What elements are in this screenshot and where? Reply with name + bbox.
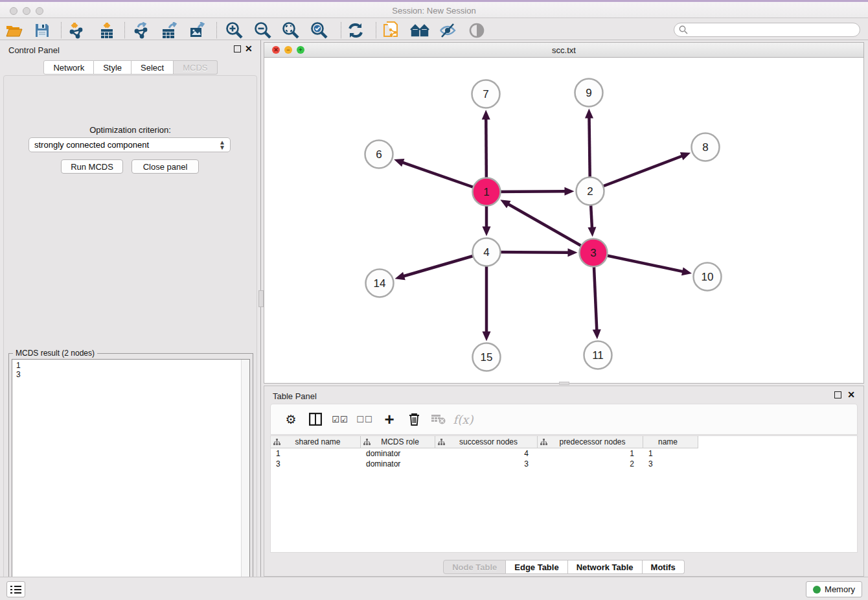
function-builder-icon: f(x) bbox=[451, 413, 475, 426]
toolbar-separator bbox=[124, 22, 125, 38]
edge-arrowhead bbox=[588, 227, 596, 237]
table-cell[interactable]: 2 bbox=[538, 459, 643, 469]
run-mcds-label: Run MCDS bbox=[71, 162, 113, 172]
tab-node-table[interactable]: Node Table bbox=[443, 560, 506, 574]
edge-2-8[interactable] bbox=[590, 156, 682, 191]
node-label-9: 9 bbox=[586, 87, 591, 99]
table-cell[interactable]: 3 bbox=[435, 459, 538, 469]
edge-arrowhead bbox=[681, 268, 692, 276]
node-label-14: 14 bbox=[374, 277, 386, 290]
zoom-selected-icon[interactable] bbox=[309, 21, 328, 39]
memory-label: Memory bbox=[825, 584, 855, 594]
edge-arrowhead bbox=[567, 248, 577, 257]
network-canvas[interactable]: 1234678910111415 bbox=[264, 58, 863, 383]
import-network-icon[interactable] bbox=[67, 21, 86, 39]
export-network-icon[interactable] bbox=[131, 21, 151, 39]
control-panel: Control Panel ✕ NetworkStyleSelectMCDS O… bbox=[0, 40, 261, 577]
zoom-out-icon[interactable] bbox=[253, 21, 272, 39]
column-header-shared-name[interactable]: shared name bbox=[271, 436, 361, 448]
close-panel-icon[interactable]: ✕ bbox=[245, 43, 253, 54]
export-image-icon[interactable] bbox=[188, 21, 207, 39]
hide-panels-icon[interactable] bbox=[438, 21, 457, 39]
network-resize-grip[interactable] bbox=[559, 382, 569, 385]
search-input[interactable] bbox=[688, 25, 860, 34]
column-header-successor-nodes[interactable]: successor nodes bbox=[435, 436, 538, 448]
network-window-title: scc.txt bbox=[264, 45, 863, 55]
node-table[interactable]: shared nameMCDS rolesuccessor nodesprede… bbox=[270, 435, 858, 553]
open-folder-icon[interactable] bbox=[5, 21, 24, 39]
run-mcds-button[interactable]: Run MCDS bbox=[61, 159, 123, 174]
apply-layout-icon[interactable] bbox=[346, 21, 365, 39]
tab-style[interactable]: Style bbox=[94, 60, 131, 75]
window-titlebar: Session: New Session bbox=[0, 0, 868, 18]
edge-arrowhead bbox=[483, 332, 491, 341]
close-panel-button[interactable]: Close panel bbox=[131, 159, 199, 174]
optimization-criterion-value: strongly connected component bbox=[34, 140, 149, 150]
save-icon[interactable] bbox=[32, 21, 52, 39]
column-label: predecessor nodes bbox=[547, 437, 643, 446]
select-all-icon[interactable]: ☑☑ bbox=[328, 415, 352, 424]
table-panel: Table Panel ✕ ⚙ ☑☑ ☐☐ + f(x) shared name… bbox=[264, 386, 864, 577]
tab-edge-table[interactable]: Edge Table bbox=[506, 560, 567, 574]
node-label-6: 6 bbox=[376, 148, 382, 161]
node-label-7: 7 bbox=[483, 88, 488, 100]
table-toolbar: ⚙ ☑☑ ☐☐ + f(x) bbox=[270, 404, 858, 435]
float-table-panel-icon[interactable] bbox=[834, 391, 841, 398]
task-history-button[interactable] bbox=[6, 581, 25, 597]
tab-network[interactable]: Network bbox=[43, 60, 94, 75]
table-cell[interactable]: dominator bbox=[361, 448, 435, 459]
deselect-all-icon[interactable]: ☐☐ bbox=[352, 415, 377, 424]
tab-mcds[interactable]: MCDS bbox=[174, 60, 217, 75]
column-header-name[interactable]: name bbox=[643, 436, 698, 448]
panel-divider-grip[interactable] bbox=[258, 290, 264, 307]
optimization-criterion-select[interactable]: strongly connected component ▲▼ bbox=[29, 137, 231, 152]
table-panel-title: Table Panel bbox=[273, 391, 317, 401]
table-cell[interactable]: 1 bbox=[271, 448, 361, 459]
search-field[interactable] bbox=[674, 23, 860, 37]
column-label: MCDS role bbox=[371, 437, 435, 446]
tab-motifs[interactable]: Motifs bbox=[643, 560, 685, 574]
close-panel-label: Close panel bbox=[143, 162, 188, 172]
table-tabs: Node TableEdge TableNetwork TableMotifs bbox=[264, 560, 863, 575]
table-cell[interactable]: 1 bbox=[643, 448, 698, 459]
show-columns-icon[interactable] bbox=[303, 413, 328, 426]
table-settings-icon[interactable]: ⚙ bbox=[279, 412, 303, 427]
tab-select[interactable]: Select bbox=[131, 60, 174, 75]
network-view-window: ✕ − + scc.txt 1234678910111415 bbox=[264, 42, 864, 384]
edge-arrowhead bbox=[395, 272, 405, 280]
column-header-MCDS-role[interactable]: MCDS role bbox=[361, 436, 435, 448]
edge-arrowhead bbox=[483, 227, 491, 237]
memory-button[interactable]: Memory bbox=[806, 581, 862, 597]
table-cell[interactable]: 4 bbox=[435, 448, 538, 459]
node-label-15: 15 bbox=[481, 351, 493, 363]
import-table-icon[interactable] bbox=[97, 21, 117, 39]
optimization-criterion-label: Optimization criterion: bbox=[4, 125, 257, 135]
mcds-result-text[interactable]: 1 3 bbox=[12, 359, 250, 599]
table-cell[interactable]: dominator bbox=[361, 459, 435, 469]
table-panel-header: Table Panel ✕ bbox=[264, 386, 863, 406]
table-cell[interactable]: 3 bbox=[643, 459, 698, 469]
control-panel-header: Control Panel ✕ bbox=[0, 40, 260, 60]
table-cell[interactable]: 1 bbox=[538, 448, 643, 459]
zoom-fit-icon[interactable] bbox=[280, 21, 300, 39]
mcds-panel: Optimization criterion: strongly connect… bbox=[3, 75, 257, 600]
table-row[interactable]: 3dominator323 bbox=[271, 459, 857, 469]
network-window-titlebar[interactable]: ✕ − + scc.txt bbox=[264, 43, 863, 58]
column-label: successor nodes bbox=[445, 437, 537, 446]
network-graph[interactable]: 1234678910111415 bbox=[264, 58, 863, 383]
export-table-icon[interactable] bbox=[160, 21, 179, 39]
column-header-predecessor-nodes[interactable]: predecessor nodes bbox=[538, 436, 643, 448]
zoom-in-icon[interactable] bbox=[224, 21, 244, 39]
add-column-icon[interactable]: + bbox=[377, 410, 402, 430]
result-scrollbar[interactable] bbox=[241, 360, 249, 598]
show-panel-icon[interactable] bbox=[467, 21, 486, 39]
home-icon[interactable] bbox=[410, 21, 429, 39]
delete-column-icon[interactable] bbox=[402, 413, 426, 426]
table-row[interactable]: 1dominator411 bbox=[271, 448, 857, 459]
float-panel-icon[interactable] bbox=[234, 45, 241, 52]
tab-network-table[interactable]: Network Table bbox=[568, 560, 643, 574]
close-table-panel-icon[interactable]: ✕ bbox=[847, 389, 855, 400]
toolbar-separator bbox=[376, 22, 376, 38]
table-cell[interactable]: 3 bbox=[271, 459, 361, 469]
network-from-selection-icon[interactable] bbox=[382, 21, 401, 39]
